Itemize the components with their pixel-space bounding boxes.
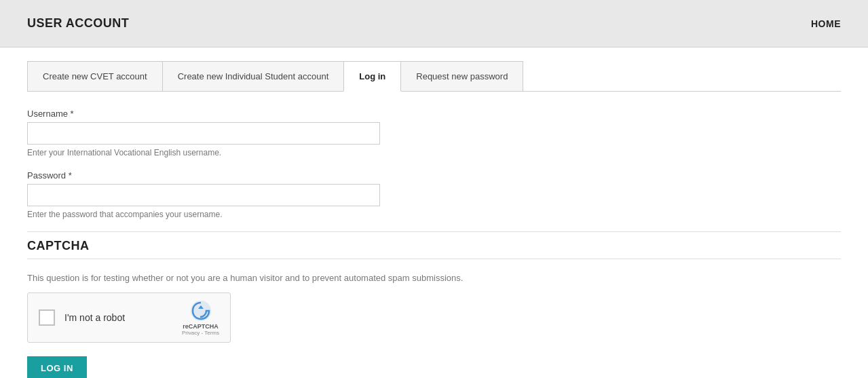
tab-login[interactable]: Log in bbox=[343, 61, 401, 92]
username-hint: Enter your International Vocational Engl… bbox=[27, 148, 841, 157]
page-title: USER ACCOUNT bbox=[27, 16, 129, 31]
tab-create-student[interactable]: Create new Individual Student account bbox=[162, 61, 345, 91]
recaptcha-label: I'm not a robot bbox=[64, 312, 175, 323]
captcha-divider bbox=[27, 259, 841, 259]
captcha-description: This question is for testing whether or … bbox=[27, 273, 841, 283]
header: USER ACCOUNT HOME bbox=[0, 0, 868, 48]
tabs-container: Create new CVET account Create new Indiv… bbox=[27, 61, 841, 92]
home-link[interactable]: HOME bbox=[811, 18, 841, 29]
main-content: Create new CVET account Create new Indiv… bbox=[0, 48, 868, 378]
password-hint: Enter the password that accompanies your… bbox=[27, 210, 841, 219]
recaptcha-links[interactable]: Privacy - Terms bbox=[182, 330, 219, 336]
username-group: Username * Enter your International Voca… bbox=[27, 108, 841, 157]
tab-create-cvet[interactable]: Create new CVET account bbox=[27, 61, 163, 91]
password-group: Password * Enter the password that accom… bbox=[27, 170, 841, 219]
recaptcha-checkbox[interactable] bbox=[39, 309, 55, 326]
captcha-section: CAPTCHA This question is for testing whe… bbox=[27, 231, 841, 343]
username-label: Username * bbox=[27, 109, 74, 119]
recaptcha-logo-icon bbox=[190, 300, 212, 322]
captcha-heading: CAPTCHA bbox=[27, 231, 841, 259]
password-label: Password * bbox=[27, 170, 72, 181]
tab-request-password[interactable]: Request new password bbox=[400, 61, 523, 91]
recaptcha-brand-label: reCAPTCHA bbox=[183, 323, 219, 330]
recaptcha-branding: reCAPTCHA Privacy - Terms bbox=[182, 300, 219, 336]
password-input[interactable] bbox=[27, 184, 380, 206]
login-form: Username * Enter your International Voca… bbox=[27, 92, 841, 378]
username-input[interactable] bbox=[27, 122, 380, 145]
recaptcha-widget[interactable]: I'm not a robot reCAPTCHA Privacy - Term… bbox=[27, 292, 231, 343]
login-button[interactable]: LOG IN bbox=[27, 356, 87, 378]
